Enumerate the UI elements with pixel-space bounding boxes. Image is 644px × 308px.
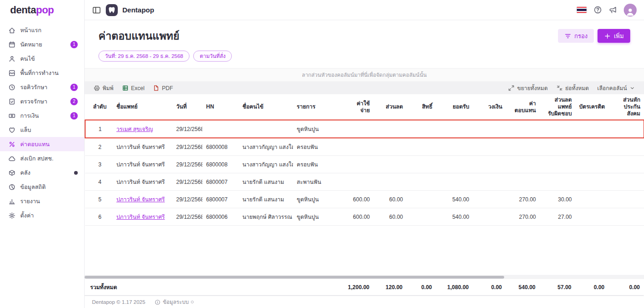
summary-value	[238, 279, 293, 296]
table-row[interactable]: 6ปภาวรินท์ จันทราศรี29/12/25686800006นาย…	[85, 208, 644, 226]
sidebar-item-label: แล็บ	[20, 125, 31, 135]
stats-icon	[8, 183, 16, 191]
column-header-1[interactable]: ชื่อแพทย์	[113, 94, 172, 120]
column-header-8[interactable]: สิทธิ์	[407, 94, 436, 120]
export-excel-button[interactable]: Excel	[118, 82, 149, 94]
column-header-6[interactable]: ค่าใช้จ่าย	[344, 94, 374, 120]
info-icon	[155, 299, 161, 305]
doctor-name-link[interactable]: ปภาวรินท์ จันทราศรี	[116, 196, 165, 203]
sidebar-item-label: ตั้งค่า	[20, 211, 34, 220]
table-row[interactable]: 4ปภาวรินท์ จันทราศรี29/12/25686800007นาย…	[85, 173, 644, 191]
expand-all-button[interactable]: ขยายทั้งหมด	[504, 84, 552, 92]
export-pdf-button[interactable]: PDF	[149, 82, 177, 94]
language-flag-thai[interactable]	[576, 6, 587, 13]
table-row[interactable]: 2ปภาวรินท์ จันทราศรี29/12/25686800008นาง…	[85, 138, 644, 156]
collapse-icon	[556, 85, 563, 91]
column-header-2[interactable]: วันที่	[172, 94, 202, 120]
sidebar-item-2[interactable]: คนไข้	[0, 51, 84, 66]
filter-icon	[564, 33, 571, 40]
choose-columns-dropdown[interactable]: เลือกคอลัมน์	[593, 84, 639, 92]
sidebar-item-4[interactable]: รอคิวรักษา1	[0, 80, 84, 94]
table-row[interactable]: 3ปภาวรินท์ จันทราศรี29/12/25686800008นาง…	[85, 156, 644, 173]
status-dot	[191, 301, 194, 303]
sidebar-item-7[interactable]: แล็บ	[0, 123, 84, 137]
expand-icon	[508, 85, 515, 91]
column-header-12[interactable]: ส่วนลดแพทย์ รับผิดชอบ	[540, 94, 575, 120]
column-header-3[interactable]: HN	[202, 94, 239, 120]
table-row[interactable]: 5ปภาวรินท์ จันทราศรี29/12/25686800007นาย…	[85, 191, 644, 208]
sidebar-item-9[interactable]: ส่งเบิก สปสช.	[0, 151, 84, 165]
table-head: ลำดับชื่อแพทย์วันที่HNชื่อคนไข้รายการค่า…	[85, 94, 644, 120]
queue-icon	[8, 84, 16, 91]
sidebar-item-label: รอคิวรักษา	[20, 83, 47, 92]
horizontal-scrollbar[interactable]	[85, 275, 644, 279]
summary-value	[293, 279, 343, 296]
filter-button[interactable]: กรอง	[558, 29, 594, 43]
sidebar-item-12[interactable]: รายงาน	[0, 194, 84, 208]
footer: Dentapop © 1.17 2025 ข้อมูลระบบ	[85, 296, 644, 308]
count-badge: 1	[70, 41, 78, 48]
scrollbar-thumb[interactable]	[85, 276, 504, 279]
app-logo-tooth-icon	[106, 4, 118, 16]
count-badge: 2	[70, 98, 78, 105]
column-header-14[interactable]: ส่วนหัก ประกันสังคม	[609, 94, 644, 120]
chip-date-range[interactable]: วันที่: 29 ธ.ค. 2568 - 29 ธ.ค. 2568	[98, 51, 190, 62]
chevron-down-icon	[629, 85, 635, 91]
sidebar: dentapop หน้าแรกนัดหมาย1คนไข้พื้นที่การท…	[0, 0, 85, 308]
page-actions: กรอง เพิ่ม	[558, 29, 630, 43]
lab-icon	[8, 126, 16, 134]
sidebar-item-5[interactable]: ตรวจรักษา2	[0, 94, 84, 108]
doctor-name-link[interactable]: วรเมศ สุขเจริญ	[116, 126, 153, 132]
grid-toolbar: พิมพ์ Excel PDF ขยายทั้งหมด ย่อทั้งหมด	[85, 82, 644, 94]
sidebar-item-label: ตรวจรักษา	[20, 97, 47, 106]
summary-table: รวมทั้งหมด1,200.00120.000.001,080.000.00…	[85, 279, 644, 296]
sidebar-item-label: นัดหมาย	[20, 40, 42, 49]
summary-value: 0.00	[472, 279, 506, 296]
summary-value: 57.00	[539, 279, 575, 296]
column-header-10[interactable]: วงเงิน	[473, 94, 506, 120]
group-by-hint: ลากส่วนหัวของคอลัมน์มาที่นี่เพื่อจัดกลุ่…	[85, 68, 644, 82]
summary-value: 0.00	[608, 279, 644, 296]
summary-value: 1,080.00	[436, 279, 472, 296]
notification-dot	[74, 171, 78, 175]
summary-total-label: รวมทั้งหมด	[85, 279, 172, 296]
finance-icon	[8, 112, 16, 120]
announcement-megaphone-icon[interactable]	[609, 6, 617, 14]
print-button[interactable]: พิมพ์	[89, 82, 118, 94]
sidebar-menu: หน้าแรกนัดหมาย1คนไข้พื้นที่การทำงานรอคิว…	[0, 20, 84, 222]
collapse-all-button[interactable]: ย่อทั้งหมด	[552, 84, 593, 92]
system-info-link[interactable]: ข้อมูลระบบ	[155, 298, 194, 306]
pdf-icon	[153, 85, 160, 91]
grid-toolbar-right: ขยายทั้งหมด ย่อทั้งหมด เลือกคอลัมน์	[504, 84, 639, 92]
sidebar-item-0[interactable]: หน้าแรก	[0, 23, 84, 37]
column-header-7[interactable]: ส่วนลด	[374, 94, 407, 120]
doctor-name-link[interactable]: ปภาวรินท์ จันทราศรี	[116, 214, 165, 220]
sidebar-item-1[interactable]: นัดหมาย1	[0, 37, 84, 51]
summary-value: 0.00	[406, 279, 436, 296]
column-header-13[interactable]: บัตรเครดิต	[575, 94, 609, 120]
column-header-11[interactable]: ค่าตอบแทน	[506, 94, 540, 120]
sidebar-item-3[interactable]: พื้นที่การทำงาน	[0, 66, 84, 80]
help-icon[interactable]	[593, 6, 602, 14]
summary-value: 0.00	[575, 279, 608, 296]
column-header-0[interactable]: ลำดับ	[85, 94, 113, 120]
sidebar-item-13[interactable]: ตั้งค่า	[0, 208, 84, 222]
brand-logo[interactable]: dentapop	[0, 0, 84, 20]
sidebar-item-8[interactable]: ค่าตอบแทน	[0, 137, 84, 151]
chip-order-by-date[interactable]: ตามวันที่สั่ง	[193, 51, 232, 62]
user-avatar[interactable]	[624, 4, 637, 17]
column-header-9[interactable]: ยอดรับ	[436, 94, 473, 120]
topbar-right	[576, 4, 637, 17]
settings-icon	[8, 212, 16, 219]
claim-icon	[8, 155, 16, 162]
column-header-4[interactable]: ชื่อคนไข้	[239, 94, 293, 120]
add-button[interactable]: เพิ่ม	[598, 29, 630, 43]
sidebar-item-label: คลัง	[20, 168, 30, 177]
column-header-5[interactable]: รายการ	[293, 94, 344, 120]
sidebar-item-6[interactable]: การเงิน1	[0, 108, 84, 123]
table-row[interactable]: 1วรเมศ สุขเจริญ29/12/2568ขูดหินปูน	[85, 120, 644, 138]
sidebar-item-11[interactable]: ข้อมูลสถิติ	[0, 180, 84, 194]
sidebar-item-label: การเงิน	[20, 111, 39, 120]
sidebar-item-10[interactable]: คลัง	[0, 165, 84, 180]
sidebar-toggle-icon[interactable]	[92, 6, 101, 15]
